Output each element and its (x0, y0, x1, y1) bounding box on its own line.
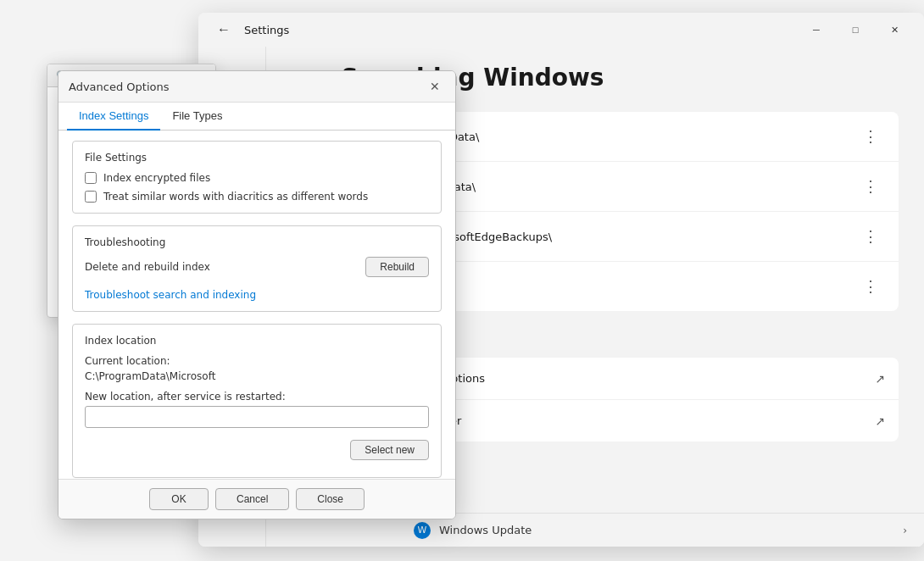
titlebar-left: ← Settings (212, 19, 289, 41)
diacritics-checkbox[interactable] (85, 191, 97, 203)
new-location-label: New location, after service is restarted… (85, 391, 429, 403)
current-location-label: Current location: (85, 355, 429, 367)
maximize-button[interactable]: □ (836, 16, 875, 43)
close-button[interactable]: ✕ (875, 16, 914, 43)
location-menu-button-3[interactable]: ⋮ (856, 224, 885, 249)
current-location-row: Current location: C:\ProgramData\Microso… (85, 355, 429, 382)
minimize-button[interactable]: ─ (797, 16, 836, 43)
index-location-section: Index location Current location: C:\Prog… (72, 324, 442, 478)
location-menu-button-2[interactable]: ⋮ (856, 174, 885, 199)
troubleshooting-section: Troubleshooting Delete and rebuild index… (72, 225, 442, 312)
external-link-icon-2: ↗ (875, 414, 885, 428)
diacritics-label: Treat similar words with diacritics as d… (103, 191, 368, 203)
new-location-input[interactable] (85, 406, 429, 428)
file-settings-title: File Settings (85, 152, 429, 164)
ok-button[interactable]: OK (149, 488, 209, 510)
troubleshooting-title: Troubleshooting (85, 236, 429, 248)
new-location-row: New location, after service is restarted… (85, 391, 429, 460)
chevron-right-icon: › (903, 525, 907, 536)
tab-index-settings[interactable]: Index Settings (67, 103, 160, 131)
file-settings-section: File Settings Index encrypted files Trea… (72, 141, 442, 214)
windows-update-bar[interactable]: W Windows Update › (397, 513, 924, 547)
index-encrypted-checkbox[interactable] (85, 172, 97, 184)
location-menu-button-4[interactable]: ⋮ (856, 274, 885, 299)
advanced-dialog-content: File Settings Index encrypted files Trea… (58, 131, 455, 479)
advanced-options-dialog: Advanced Options ✕ Index Settings File T… (58, 70, 456, 519)
cancel-button[interactable]: Cancel (215, 488, 289, 510)
current-location-value: C:\ProgramData\Microsoft (85, 370, 429, 382)
settings-title: Settings (244, 24, 289, 36)
advanced-dialog-title: Advanced Options (69, 81, 170, 93)
diacritics-checkbox-row: Treat similar words with diacritics as d… (85, 191, 429, 203)
close-dialog-button[interactable]: Close (296, 488, 365, 510)
select-new-button[interactable]: Select new (350, 440, 429, 460)
advanced-dialog-titlebar: Advanced Options ✕ (58, 71, 455, 103)
delete-rebuild-label: Delete and rebuild index (85, 261, 210, 273)
delete-rebuild-row: Delete and rebuild index Rebuild (85, 257, 429, 277)
advanced-dialog-close-button[interactable]: ✕ (425, 78, 445, 95)
advanced-dialog-footer: OK Cancel Close (58, 479, 455, 519)
select-new-container: Select new (85, 440, 429, 460)
location-menu-button-1[interactable]: ⋮ (856, 124, 885, 149)
external-link-icon: ↗ (875, 372, 885, 386)
windows-update-icon: W (414, 522, 431, 539)
encrypt-checkbox-row: Index encrypted files (85, 172, 429, 184)
index-encrypted-label: Index encrypted files (103, 172, 210, 184)
back-button[interactable]: ← (212, 19, 236, 41)
index-location-title: Index location (85, 335, 429, 347)
window-controls: ─ □ ✕ (797, 16, 914, 43)
tab-file-types[interactable]: File Types (160, 103, 234, 131)
troubleshoot-link[interactable]: Troubleshoot search and indexing (85, 289, 256, 301)
wu-icon-label: W (418, 525, 427, 536)
rebuild-button[interactable]: Rebuild (365, 257, 429, 277)
settings-titlebar: ← Settings ─ □ ✕ (198, 13, 924, 47)
advanced-dialog-tabs: Index Settings File Types (58, 103, 455, 131)
windows-update-label: Windows Update (439, 524, 532, 536)
